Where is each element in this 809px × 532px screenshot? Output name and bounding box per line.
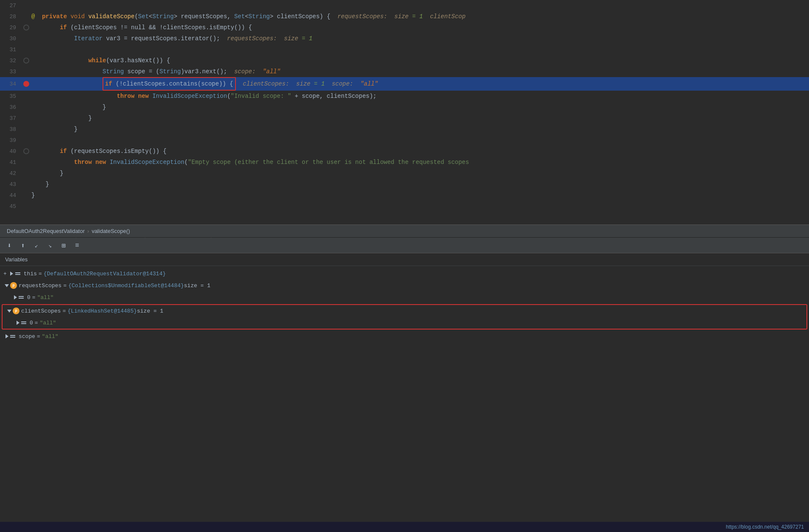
code-line-41: 41 throw new InvalidScopeException("Empt… — [0, 157, 809, 168]
expand-icon[interactable] — [12, 294, 19, 301]
code-line-29: 29 if (clientScopes != null && !clientSc… — [0, 22, 809, 33]
debug-panel: ⬇ ⬆ ↙ ↘ ⊞ ≡ Variables +this = {DefaultOA… — [0, 238, 809, 522]
var-value: {DefaultOAuth2RequestValidator@14314} — [44, 271, 166, 277]
expand-icon[interactable] — [6, 308, 13, 314]
line-number: 41 — [0, 159, 21, 166]
code-line-44: 44} — [0, 190, 809, 201]
code-line-31: 31 — [0, 44, 809, 55]
client-scopes-highlighted-group: pclientScopes = {LinkedHashSet@14485} si… — [2, 304, 807, 330]
line-code: String scope = (String)var3.next(); scop… — [31, 66, 809, 77]
line-code: if (clientScopes != null && !clientScope… — [31, 22, 809, 33]
code-line-35: 35 throw new InvalidScopeException("Inva… — [0, 91, 809, 102]
breadcrumb-class: DefaultOAuth2RequestValidator — [7, 228, 85, 234]
var-value: "all" — [42, 333, 58, 340]
type-icon-eq — [21, 319, 28, 326]
var-row-scope[interactable]: scope = "all" — [0, 330, 809, 342]
restore-button[interactable]: ⬇ — [3, 240, 15, 252]
var-equals: = — [63, 308, 66, 314]
line-number: 40 — [0, 148, 21, 155]
var-size: size = 1 — [184, 283, 210, 289]
line-number: 43 — [0, 181, 21, 188]
var-name: scope — [19, 333, 35, 340]
line-code: throw new InvalidScopeException("Empty s… — [31, 157, 809, 168]
line-gutter — [21, 81, 31, 87]
code-line-34: 34 if (!clientScopes.contains(scope)) { … — [0, 77, 809, 91]
line-number: 32 — [0, 58, 21, 64]
line-code: while(var3.hasNext()) { — [31, 55, 809, 66]
code-line-39: 39 — [0, 135, 809, 146]
var-row-this[interactable]: +this = {DefaultOAuth2RequestValidator@1… — [0, 268, 809, 280]
line-code: Iterator var3 = requestScopes.iterator()… — [31, 33, 809, 44]
step-over-button[interactable]: ↘ — [44, 240, 56, 252]
type-icon-eq — [15, 270, 22, 277]
line-number: 34 — [0, 81, 21, 87]
code-line-37: 37 } — [0, 113, 809, 124]
var-size: size = 1 — [137, 308, 163, 314]
line-code: if (!clientScopes.contains(scope)) { cli… — [31, 77, 809, 91]
line-number: 42 — [0, 170, 21, 177]
code-line-45: 45 — [0, 201, 809, 212]
breakpoint-icon[interactable] — [23, 81, 29, 87]
var-row-requestScopes-0[interactable]: 0 = "all" — [0, 291, 809, 303]
line-number: 27 — [0, 3, 21, 9]
var-equals: = — [39, 271, 42, 277]
line-number: 31 — [0, 47, 21, 53]
code-line-43: 43 } — [0, 179, 809, 190]
step-up-button[interactable]: ⬆ — [17, 240, 29, 252]
variables-header: Variables — [0, 253, 809, 266]
line-number: 33 — [0, 69, 21, 75]
breakpoint-hollow[interactable] — [23, 58, 29, 64]
type-icon-p: p — [10, 282, 17, 289]
var-equals: = — [37, 333, 40, 340]
code-line-32: 32 while(var3.hasNext()) { — [0, 55, 809, 66]
step-into-frame-button[interactable]: ↙ — [30, 240, 42, 252]
var-equals: = — [32, 294, 36, 301]
line-code: @ private void validateScope(Set<String>… — [31, 11, 809, 22]
variable-tree: +this = {DefaultOAuth2RequestValidator@1… — [0, 266, 809, 344]
status-url: https://blog.csdn.net/qq_42697271 — [726, 524, 804, 530]
var-value: {Collections$UnmodifiableSet@14484} — [68, 283, 184, 289]
line-number: 36 — [0, 104, 21, 111]
breakpoint-hollow[interactable] — [23, 25, 29, 30]
line-code: } — [31, 179, 809, 190]
var-name: this — [24, 271, 37, 277]
add-watch-button[interactable]: + — [3, 271, 7, 277]
breakpoint-hollow[interactable] — [23, 148, 29, 154]
var-row-clientScopes-0[interactable]: 0 = "all" — [3, 317, 806, 329]
expand-icon[interactable] — [3, 282, 10, 289]
var-name: 0 — [30, 320, 33, 326]
line-code: } — [31, 102, 809, 113]
line-number: 44 — [0, 192, 21, 199]
code-line-38: 38 } — [0, 124, 809, 135]
line-number: 38 — [0, 126, 21, 133]
line-number: 30 — [0, 36, 21, 42]
code-line-33: 33 String scope = (String)var3.next(); s… — [0, 66, 809, 77]
type-icon-eq — [19, 294, 25, 301]
expand-icon[interactable] — [3, 333, 10, 340]
debug-toolbar: ⬇ ⬆ ↙ ↘ ⊞ ≡ — [0, 238, 809, 253]
expand-icon[interactable] — [8, 270, 15, 277]
breadcrumb-method: validateScope() — [91, 228, 130, 234]
var-value: {LinkedHashSet@14485} — [67, 308, 137, 314]
line-gutter — [21, 148, 31, 154]
expand-icon[interactable] — [14, 319, 21, 326]
line-gutter — [21, 25, 31, 30]
breadcrumb: DefaultOAuth2RequestValidator › validate… — [0, 224, 809, 237]
var-row-requestScopes[interactable]: prequestScopes = {Collections$Unmodifiab… — [0, 280, 809, 291]
table-button[interactable]: ⊞ — [58, 240, 69, 252]
type-icon-p: p — [13, 308, 19, 314]
var-name: requestScopes — [19, 283, 61, 289]
var-equals: = — [35, 320, 38, 326]
var-name: clientScopes — [21, 308, 61, 314]
line-number: 29 — [0, 25, 21, 31]
code-line-28: 28@ private void validateScope(Set<Strin… — [0, 11, 809, 22]
code-line-27: 27 — [0, 0, 809, 11]
line-code: } — [31, 168, 809, 179]
line-code: if (requestScopes.isEmpty()) { — [31, 146, 809, 157]
var-row-clientScopes[interactable]: pclientScopes = {LinkedHashSet@14485} si… — [3, 305, 806, 317]
var-equals: = — [63, 283, 66, 289]
line-number: 39 — [0, 137, 21, 144]
line-number: 35 — [0, 93, 21, 100]
list-button[interactable]: ≡ — [71, 240, 83, 252]
type-icon-eq — [10, 333, 17, 340]
